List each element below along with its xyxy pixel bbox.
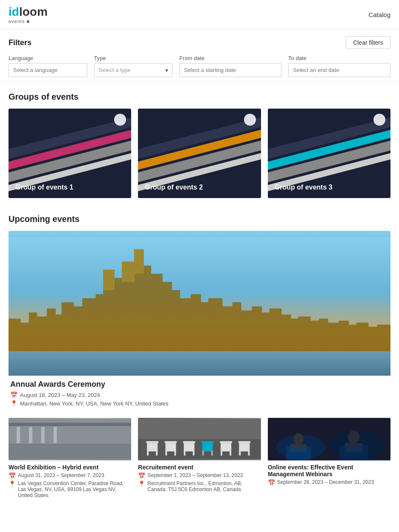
svg-rect-58 (103, 270, 115, 290)
svg-rect-74 (165, 441, 177, 443)
svg-rect-22 (55, 314, 62, 351)
svg-rect-18 (20, 323, 30, 351)
svg-rect-90 (238, 441, 251, 443)
upcoming-section: Upcoming events (0, 202, 399, 503)
small-event-meta-2: 📅 September 28, 2023 – December 31, 2023 (268, 479, 390, 486)
svg-rect-93 (248, 451, 250, 456)
groups-title: Groups of events (9, 92, 390, 102)
to-date-filter-group: To date (288, 55, 390, 77)
clear-filters-button[interactable]: Clear filters (346, 36, 390, 49)
group-card-1[interactable]: Group of events 1 (9, 109, 131, 198)
small-event-dates-row-2: 📅 September 28, 2023 – December 31, 2023 (268, 479, 390, 486)
svg-rect-23 (61, 302, 74, 351)
svg-rect-28 (114, 278, 123, 351)
main-nav: Catalog (368, 11, 390, 18)
svg-rect-39 (222, 306, 233, 351)
from-date-input[interactable] (179, 63, 281, 77)
small-event-image-2 (268, 418, 390, 460)
type-filter-group: Type Select a type (94, 55, 173, 77)
svg-rect-40 (233, 302, 241, 351)
svg-rect-46 (290, 319, 299, 351)
language-input[interactable] (9, 63, 87, 77)
main-event-location: Manhattan, New York, NY, USA, New York N… (20, 400, 169, 407)
small-event-card-1[interactable]: Recruitement event 📅 September 1, 2023 –… (138, 418, 261, 498)
svg-rect-91 (239, 443, 250, 451)
logo[interactable]: idloom events ■ (9, 5, 48, 24)
svg-rect-26 (96, 294, 104, 351)
small-event-dates-row-0: 📅 August 31, 2023 – September 7, 2023 (9, 472, 131, 479)
location-icon-1: 📍 (138, 480, 145, 487)
type-select-wrapper: Select a type (94, 63, 173, 77)
svg-rect-66 (54, 427, 57, 443)
calendar-icon-0: 📅 (9, 472, 16, 479)
group-card-3-circle (373, 114, 385, 126)
svg-rect-100 (286, 446, 311, 460)
main-event-dates-row: 📅 August 18, 2023 – May 23, 2024 (10, 391, 389, 398)
svg-rect-20 (36, 316, 48, 351)
main-event-name: Annual Awards Ceremony (10, 380, 389, 389)
type-select[interactable]: Select a type (94, 63, 173, 77)
svg-rect-54 (367, 327, 378, 351)
small-event-card-2[interactable]: Online events: Effective Event Managemen… (268, 418, 390, 498)
main-event-dates: August 18, 2023 – May 23, 2024 (20, 392, 100, 398)
logo-id: id (9, 5, 19, 18)
small-event-location-1: Recruitment Partners Inc., Edmonton, AB,… (147, 480, 261, 492)
svg-rect-52 (348, 325, 357, 351)
svg-rect-82 (201, 441, 214, 443)
svg-rect-80 (184, 451, 186, 456)
svg-rect-67 (9, 423, 131, 426)
from-date-filter-group: From date (179, 55, 281, 77)
svg-rect-16 (9, 351, 390, 376)
svg-rect-42 (252, 306, 262, 351)
svg-rect-84 (202, 451, 204, 456)
small-event-dates-2: September 28, 2023 – December 31, 2023 (277, 479, 374, 485)
groups-section: Groups of events Group of events 1 (0, 82, 399, 202)
small-event-1-svg (138, 418, 261, 460)
svg-rect-55 (377, 325, 390, 351)
small-event-location-row-0: 📍 Las Vegas Convention Center, Paradise … (9, 480, 131, 498)
svg-rect-71 (147, 443, 158, 451)
small-event-location-0: Las Vegas Convention Center, Paradise Ro… (18, 480, 131, 498)
svg-rect-56 (134, 249, 144, 273)
svg-rect-87 (221, 443, 231, 451)
svg-rect-49 (319, 319, 328, 351)
svg-rect-43 (261, 313, 270, 351)
calendar-icon-2: 📅 (268, 479, 275, 486)
main-event-card[interactable]: Annual Awards Ceremony 📅 August 18, 2023… (9, 231, 390, 411)
svg-rect-70 (146, 441, 159, 443)
to-date-input[interactable] (288, 63, 390, 77)
svg-rect-53 (356, 323, 369, 351)
svg-rect-89 (230, 451, 232, 456)
svg-rect-17 (9, 319, 21, 351)
to-date-label: To date (288, 55, 390, 61)
svg-point-101 (348, 431, 359, 444)
svg-rect-64 (29, 427, 32, 443)
small-event-card-0[interactable]: World Exhibition – Hybrid event 📅 August… (9, 418, 131, 498)
svg-rect-79 (184, 443, 195, 451)
type-label: Type (94, 55, 173, 61)
small-event-location-row-1: 📍 Recruitment Partners Inc., Edmonton, A… (138, 480, 261, 492)
location-icon: 📍 (10, 400, 17, 407)
svg-rect-36 (191, 294, 201, 351)
group-card-2-label: Group of events 2 (145, 184, 203, 191)
svg-rect-48 (310, 321, 320, 351)
svg-rect-50 (327, 323, 340, 351)
small-event-meta-1: 📅 September 1, 2023 – September 13, 2023… (138, 472, 261, 492)
main-event-image (9, 231, 390, 376)
small-events-grid: World Exhibition – Hybrid event 📅 August… (9, 418, 390, 498)
svg-rect-45 (281, 314, 291, 351)
svg-rect-88 (221, 451, 222, 456)
group-card-2[interactable]: Group of events 2 (138, 109, 261, 198)
language-label: Language (9, 55, 87, 61)
group-card-3-label: Group of events 3 (275, 184, 333, 191)
svg-rect-34 (171, 290, 180, 351)
svg-rect-38 (208, 298, 223, 351)
svg-rect-103 (339, 445, 368, 460)
svg-rect-57 (122, 262, 135, 282)
group-card-3[interactable]: Group of events 3 (268, 109, 390, 198)
nav-catalog[interactable]: Catalog (368, 11, 390, 18)
small-event-image-1 (138, 418, 261, 460)
svg-rect-19 (29, 313, 37, 351)
svg-rect-33 (162, 282, 172, 351)
small-event-name-0: World Exhibition – Hybrid event (9, 464, 131, 471)
